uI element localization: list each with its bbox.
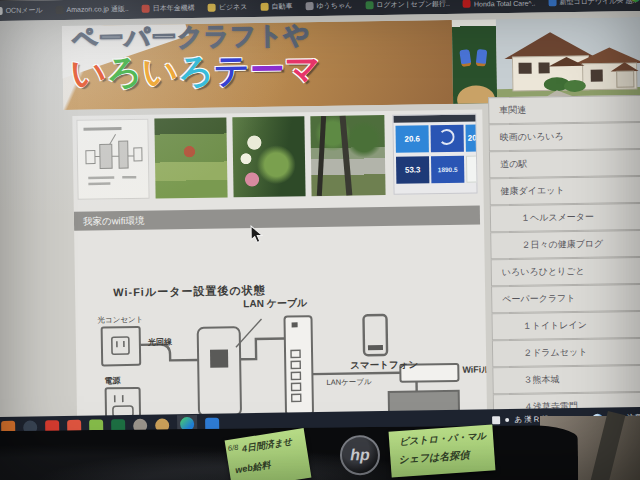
bookmark-favicon bbox=[365, 1, 373, 9]
web-page: ペーパークラフトや いろいろテーマ bbox=[0, 11, 640, 419]
label-optical-line: 光回線 bbox=[148, 336, 172, 347]
health-tile-weight: 53.3 bbox=[396, 156, 429, 184]
gauge-circle bbox=[439, 129, 455, 145]
bookmark-favicon bbox=[55, 6, 63, 14]
papercraft-figure-image bbox=[452, 19, 497, 104]
bookmark-item[interactable]: 日本年金機構 bbox=[142, 3, 195, 14]
sticky-left-line1: 4日間済ませ bbox=[241, 436, 293, 455]
japanese-house-papercraft-image bbox=[496, 17, 640, 103]
chair-edge bbox=[589, 411, 626, 480]
sidebar-item-toy-train[interactable]: １トイトレイン bbox=[491, 311, 640, 340]
sidebar-item-monologue[interactable]: いろいろひとりごと bbox=[491, 257, 640, 286]
tray-bullet-icon bbox=[505, 418, 509, 422]
bookmark-favicon bbox=[463, 0, 471, 8]
sticky-note-right: ビストロ・パ・マル シェフは名探偵 bbox=[389, 424, 496, 477]
bookmark-favicon bbox=[305, 2, 313, 10]
sticky-left-line2: web給料 bbox=[235, 460, 272, 477]
health-tile-gauge bbox=[430, 125, 463, 153]
health-tile-list bbox=[466, 156, 477, 183]
health-app-titlebar bbox=[393, 115, 477, 123]
bookmark-folder[interactable]: ビジネス bbox=[208, 2, 248, 13]
bookmark-item[interactable]: OCNメール bbox=[0, 5, 43, 16]
bookmark-item[interactable]: ログオン | セブン銀行.. bbox=[365, 0, 450, 10]
health-tile-calories: 1890.5 bbox=[431, 156, 464, 184]
bookmark-favicon bbox=[142, 5, 150, 13]
folder-icon bbox=[208, 4, 216, 12]
bookmark-favicon bbox=[548, 0, 556, 6]
bookmark-item[interactable]: Amazon.co.jp 通販.. bbox=[55, 4, 128, 15]
bookmark-folder[interactable]: 自動車 bbox=[260, 1, 292, 12]
label-lan-cable-bottom: LANケーブル bbox=[326, 377, 371, 388]
sidebar-item-michinoeki[interactable]: 道の駅 bbox=[489, 149, 640, 178]
thumbnail-garden-flowers-photo[interactable] bbox=[232, 116, 305, 197]
sticky-right-line1: ビストロ・パ・マル bbox=[399, 430, 487, 448]
tray-app-icon bbox=[492, 416, 500, 424]
profile-avatar[interactable] bbox=[630, 0, 640, 2]
mouse-cursor bbox=[250, 225, 263, 244]
monitor-screen: OCNメール Amazon.co.jp 通販.. 日本年金機構 ビジネス 自動車… bbox=[0, 0, 640, 453]
label-lan-cable-top: LAN ケーブル bbox=[243, 296, 307, 311]
bookmark-item[interactable]: Honda Total Care^.. bbox=[463, 0, 536, 8]
site-title-line2: いろいろテーマ bbox=[70, 46, 321, 97]
health-tile-bmi: 20.6 bbox=[395, 125, 428, 153]
thumbnail-health-app[interactable]: 20.6 20 53.3 1890.5 bbox=[392, 114, 477, 195]
hp-logo: hp bbox=[340, 435, 380, 475]
label-wifi-router: WiFiルーター bbox=[462, 363, 487, 377]
sidebar-item-health-diet[interactable]: 健康ダイエット bbox=[489, 176, 640, 205]
thumbnail-field-photo[interactable] bbox=[154, 117, 227, 198]
health-tile-partial: 20 bbox=[465, 125, 476, 152]
thumbnail-garden-window-photo[interactable] bbox=[310, 115, 385, 196]
sidebar-item-papercraft[interactable]: ペーパークラフト bbox=[491, 284, 640, 313]
extensions-icon[interactable] bbox=[615, 0, 623, 1]
sticky-right-line2: シェフは名探偵 bbox=[398, 449, 470, 466]
folder-icon bbox=[260, 3, 268, 11]
bookmark-item[interactable]: ゆうちゃん bbox=[305, 0, 352, 11]
sidebar-item-drum-set[interactable]: ２ドラムセット bbox=[492, 338, 640, 367]
label-optical-outlet: 光コンセント bbox=[97, 315, 143, 326]
banner-background: ペーパークラフトや いろいろテーマ bbox=[62, 20, 453, 110]
main-content-column: 20.6 20 53.3 1890.5 我家のwifi環境 Wi-Fiルーター設… bbox=[72, 109, 487, 417]
favorites-star-icon[interactable]: ☆ bbox=[600, 0, 608, 3]
window-frame-bar bbox=[340, 115, 353, 195]
sidebar-item-kumamoto-castle[interactable]: ３熊本城 bbox=[492, 365, 640, 394]
photo-of-monitor: OCNメール Amazon.co.jp 通販.. 日本年金機構 ビジネス 自動車… bbox=[0, 0, 640, 480]
sidebar-item-health-blog[interactable]: ２日々の健康ブログ bbox=[490, 230, 640, 259]
thumbnail-wifi-diagram[interactable] bbox=[76, 119, 149, 200]
sidebar-item-cars[interactable]: 車関連 bbox=[488, 95, 640, 124]
sidebar-item-movies[interactable]: 映画のいろいろ bbox=[488, 122, 640, 151]
window-frame-bar bbox=[317, 116, 326, 196]
sticky-left-date: 6/8 bbox=[227, 443, 239, 454]
bookmark-favicon bbox=[0, 7, 3, 15]
section-title-bar: 我家のwifi環境 bbox=[74, 205, 480, 230]
label-power: 電源 bbox=[104, 375, 120, 386]
sidebar-item-health-meter[interactable]: １ヘルスメーター bbox=[490, 203, 640, 232]
label-smartphone: スマートフォン bbox=[350, 358, 418, 372]
